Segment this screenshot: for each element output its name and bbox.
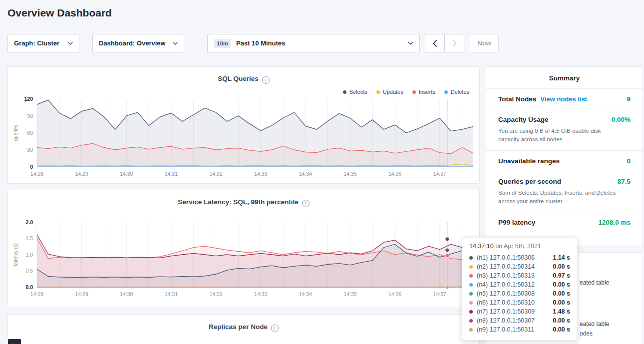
service-latency-title: Service Latency: SQL, 99th percentile: [178, 198, 299, 206]
chevron-down-icon: [68, 42, 73, 45]
svg-text:1.5: 1.5: [25, 235, 33, 241]
partial-cutoff-element: [8, 339, 21, 344]
tooltip-node-address: (n3) 127.0.0.1:50313: [477, 272, 535, 279]
sql-queries-chart[interactable]: 030609012014:2814:2914:3014:3114:3214:33…: [12, 95, 476, 182]
unavailable-ranges-value: 0: [627, 157, 631, 165]
svg-text:14:32: 14:32: [209, 291, 222, 297]
svg-text:14:29: 14:29: [75, 291, 88, 297]
tooltip-timestamp: 14:37:10 on Apr 5th, 2021: [469, 243, 570, 250]
tooltip-node-value: 0.00 s: [553, 281, 570, 288]
svg-text:14:34: 14:34: [299, 171, 312, 177]
svg-text:14:36: 14:36: [388, 291, 401, 297]
legend-item-deletes[interactable]: Deletes: [444, 89, 469, 95]
capacity-usage-value: 0.00%: [612, 116, 631, 123]
view-nodes-link[interactable]: View nodes list: [540, 95, 587, 103]
sql-legend: SelectsUpdatesInsertsDeletes: [343, 89, 469, 95]
svg-text:14:31: 14:31: [165, 171, 178, 177]
tooltip-row: (n6) 127.0.0.1:503100.00 s: [469, 298, 570, 307]
sql-queries-panel: SQL Queriesi SelectsUpdatesInsertsDelete…: [7, 66, 480, 184]
queries-per-second-value: 87.5: [618, 178, 631, 185]
node-color-dot: [469, 301, 473, 305]
node-color-dot: [469, 256, 473, 260]
tooltip-node-value: 0.97 s: [553, 272, 570, 279]
replicas-title: Replicas per Node: [209, 323, 268, 331]
unavailable-ranges-label: Unavailable ranges: [498, 157, 560, 165]
info-icon[interactable]: i: [262, 76, 270, 84]
svg-text:0.0: 0.0: [25, 284, 33, 290]
legend-label: Deletes: [451, 89, 469, 95]
capacity-usage-desc: You are using 0 B of 4.5 GiB usable disk…: [498, 127, 623, 144]
svg-text:14:36: 14:36: [388, 171, 401, 177]
dashboard-dropdown[interactable]: Dashboard: Overview: [92, 34, 184, 52]
svg-text:14:30: 14:30: [120, 171, 133, 177]
tooltip-node-value: 1.48 s: [553, 308, 570, 315]
legend-item-updates[interactable]: Updates: [376, 89, 403, 95]
node-color-dot: [469, 265, 473, 269]
chevron-down-icon: [408, 41, 413, 45]
time-next-button[interactable]: [444, 34, 464, 52]
svg-text:30: 30: [27, 147, 33, 153]
svg-text:0: 0: [30, 164, 33, 170]
graph-dropdown[interactable]: Graph: Cluster: [7, 34, 79, 52]
summary-title: Summary: [486, 67, 643, 89]
legend-label: Selects: [349, 89, 367, 95]
node-color-dot: [469, 292, 473, 296]
event-item[interactable]: eated table: [580, 279, 609, 286]
time-range-picker[interactable]: 10m Past 10 Minutes: [207, 34, 420, 52]
service-latency-chart[interactable]: 0.00.51.01.52.014:2814:2914:3014:3114:32…: [12, 218, 476, 302]
svg-text:14:33: 14:33: [254, 291, 267, 297]
replicas-panel: Replicas per Nodei: [7, 315, 480, 344]
chevron-left-icon: [433, 40, 437, 47]
now-button[interactable]: Now: [470, 34, 499, 52]
p99-latency-row: P99 latency 1208.0 ms: [486, 212, 643, 232]
tooltip-node-value: 0.00 s: [553, 299, 570, 306]
overview-dashboard-page: Overview Dashboard Graph: Cluster Dashbo…: [0, 0, 644, 344]
tooltip-node-address: (n6) 127.0.0.1:50310: [477, 299, 535, 306]
legend-item-inserts[interactable]: Inserts: [412, 89, 435, 95]
node-color-dot: [469, 328, 473, 332]
event-item[interactable]: eated table odes: [580, 321, 609, 337]
tooltip-row: (n2) 127.0.0.1:503140.00 s: [469, 262, 570, 271]
capacity-usage-row: Capacity Usage 0.00% You are using 0 B o…: [486, 109, 643, 151]
time-prev-button[interactable]: [425, 34, 445, 52]
tooltip-row: (n5) 127.0.0.1:503080.00 s: [469, 289, 570, 298]
svg-text:120: 120: [24, 96, 33, 102]
svg-text:14:31: 14:31: [165, 291, 178, 297]
dashboard-dropdown-value: Overview: [137, 39, 166, 47]
tooltip-node-address: (n1) 127.0.0.1:50306: [477, 254, 535, 261]
svg-text:latency (s): latency (s): [13, 243, 18, 266]
svg-text:14:35: 14:35: [343, 171, 356, 177]
info-icon[interactable]: i: [271, 325, 279, 332]
tooltip-row: (n9) 127.0.0.1:503110.00 s: [469, 325, 570, 334]
tooltip-node-value: 0.00 s: [553, 290, 570, 297]
legend-color-dot: [444, 90, 448, 94]
svg-text:14:35: 14:35: [343, 291, 356, 297]
svg-text:90: 90: [27, 113, 33, 119]
svg-text:60: 60: [27, 130, 33, 136]
node-color-dot: [469, 283, 473, 287]
tooltip-node-value: 1.14 s: [553, 254, 570, 261]
legend-color-dot: [376, 90, 380, 94]
tooltip-node-address: (n4) 127.0.0.1:50312: [477, 281, 535, 288]
svg-text:14:37: 14:37: [433, 171, 446, 177]
tooltip-node-value: 0.00 s: [553, 317, 570, 324]
node-color-dot: [469, 310, 473, 314]
total-nodes-value: 9: [627, 95, 631, 103]
queries-per-second-label: Queries per second: [498, 178, 561, 185]
tooltip-row: (n1) 127.0.0.1:503061.14 s: [469, 253, 570, 262]
info-icon[interactable]: i: [302, 200, 310, 207]
total-nodes-row: Total Nodes View nodes list 9: [486, 89, 643, 109]
service-latency-title-row: Service Latency: SQL, 99th percentilei: [8, 190, 479, 207]
time-range-badge: 10m: [214, 39, 231, 48]
node-color-dot: [469, 274, 473, 278]
p99-latency-value: 1208.0 ms: [598, 219, 631, 226]
svg-text:2.0: 2.0: [25, 219, 33, 225]
tooltip-node-address: (n8) 127.0.0.1:50307: [477, 317, 535, 324]
legend-item-selects[interactable]: Selects: [343, 89, 367, 95]
svg-text:14:29: 14:29: [75, 171, 88, 177]
legend-color-dot: [412, 90, 416, 94]
sql-queries-title-row: SQL Queriesi: [8, 67, 479, 84]
summary-panel: Summary Total Nodes View nodes list 9 Ca…: [486, 66, 643, 246]
chevron-right-icon: [452, 40, 457, 47]
tooltip-row: (n3) 127.0.0.1:503130.97 s: [469, 271, 570, 280]
